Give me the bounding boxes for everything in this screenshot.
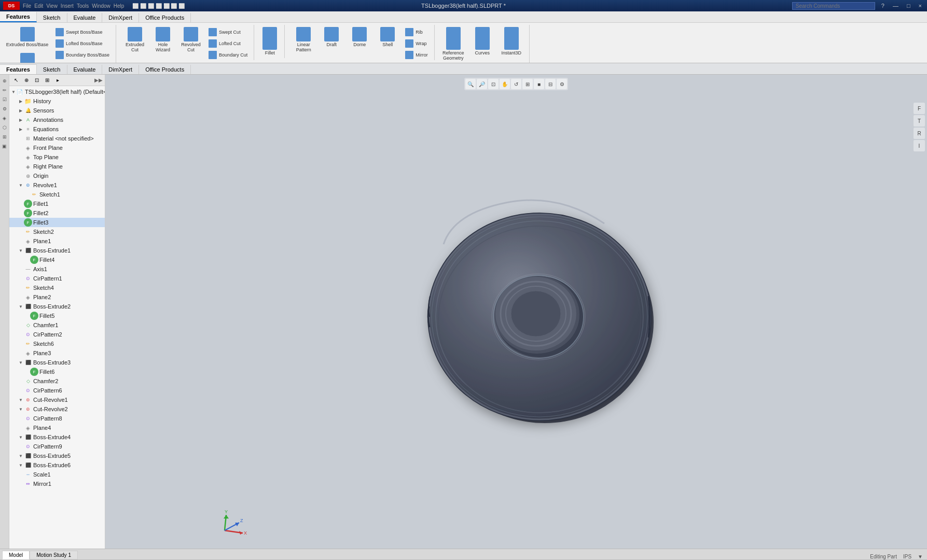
close-button[interactable]: ×: [917, 3, 924, 9]
left-icon-3[interactable]: ☑: [1, 95, 9, 104]
panel-tab-features[interactable]: Features: [0, 64, 37, 74]
fillet-button[interactable]: Fillet: [259, 25, 280, 58]
dome-button[interactable]: Dome: [346, 25, 373, 55]
zoom-tool[interactable]: ⊕: [22, 76, 31, 85]
root-expander[interactable]: ▼: [11, 90, 16, 94]
cut-revolve1-expander[interactable]: ▼: [18, 398, 24, 402]
left-icon-7[interactable]: ⊞: [1, 133, 9, 141]
tree-item-plane3[interactable]: ◈ Plane3: [9, 348, 105, 358]
tree-item-cirpattern2[interactable]: ⊙ CirPattern2: [9, 330, 105, 339]
left-icon-8[interactable]: ▣: [1, 142, 9, 150]
vp-zoom-in[interactable]: 🔍: [465, 79, 476, 89]
boss-extrude6-expander[interactable]: ▼: [18, 463, 24, 468]
tree-item-fillet3[interactable]: F Fillet3: [9, 218, 105, 227]
equations-expander[interactable]: ▶: [18, 127, 24, 132]
vp-settings[interactable]: ⚙: [557, 79, 567, 89]
vp-view-orient[interactable]: ⊞: [522, 79, 533, 89]
boss-extrude4-expander[interactable]: ▼: [18, 435, 24, 440]
panel-tab-dimxpert[interactable]: DimXpert: [102, 65, 139, 74]
left-icon-6[interactable]: ⬡: [1, 123, 9, 132]
boss-extrude5-expander[interactable]: ▼: [18, 454, 24, 458]
tree-item-fillet6[interactable]: F Fillet6: [9, 367, 105, 376]
vp-zoom-out[interactable]: 🔎: [477, 79, 487, 89]
tree-item-sketch2[interactable]: ✏ Sketch2: [9, 227, 105, 236]
vp-zoom-fit[interactable]: ⊡: [488, 79, 499, 89]
tree-item-mirror1[interactable]: ⇔ Mirror1: [9, 479, 105, 488]
swept-cut-button[interactable]: Swept Cut: [206, 27, 250, 37]
tree-item-fillet2[interactable]: F Fillet2: [9, 208, 105, 218]
lofted-boss-button[interactable]: Lofted Boss/Base: [53, 38, 112, 49]
viewport[interactable]: 🔍 🔎 ⊡ ✋ ↺ ⊞ ■ ⊟ ⚙ F T R I: [105, 75, 927, 549]
revolved-cut-button[interactable]: RevolvedCut: [177, 25, 204, 55]
menu-view[interactable]: View: [46, 3, 58, 9]
tree-item-cut-revolve2[interactable]: ▼ ⊚ Cut-Revolve2: [9, 404, 105, 414]
menu-help[interactable]: Help: [114, 3, 124, 9]
tree-item-plane1[interactable]: ◈ Plane1: [9, 236, 105, 246]
cut-revolve2-expander[interactable]: ▼: [18, 407, 24, 412]
menu-file[interactable]: File: [23, 3, 31, 9]
tab-sketch[interactable]: Sketch: [37, 13, 67, 22]
panel-tab-evaluate[interactable]: Evaluate: [67, 65, 103, 74]
tree-item-annotations[interactable]: ▶ A Annotations: [9, 115, 105, 124]
view-top-button[interactable]: T: [914, 115, 925, 127]
tree-item-right-plane[interactable]: ◈ Right Plane: [9, 162, 105, 171]
curves-button[interactable]: Curves: [469, 25, 496, 58]
tree-item-fillet5[interactable]: F Fillet5: [9, 311, 105, 320]
tab-model[interactable]: Model: [2, 551, 30, 559]
wrap-button[interactable]: Wrap: [403, 38, 430, 49]
lofted-cut-button[interactable]: Lofted Cut: [206, 38, 250, 49]
tree-item-cut-revolve1[interactable]: ▼ ⊚ Cut-Revolve1: [9, 395, 105, 404]
menu-tools[interactable]: Tools: [77, 3, 89, 9]
tree-item-boss-extrude2[interactable]: ▼ ⬛ Boss-Extrude2: [9, 302, 105, 311]
question-icon[interactable]: ?: [879, 3, 887, 9]
revolved-boss-button[interactable]: Revolved Boss/Base: [3, 51, 51, 63]
boss-extrude2-expander[interactable]: ▼: [18, 304, 24, 309]
search-tool[interactable]: ⊞: [43, 76, 52, 85]
mirror-button[interactable]: Mirror: [403, 50, 430, 60]
tree-item-material[interactable]: ⊞ Material <not specified>: [9, 134, 105, 143]
tab-office-products[interactable]: Office Products: [139, 13, 191, 22]
more-tool[interactable]: ▸: [53, 76, 62, 85]
tree-item-axis1[interactable]: — Axis1: [9, 264, 105, 274]
panel-tab-office[interactable]: Office Products: [139, 65, 191, 74]
view-iso-button[interactable]: I: [914, 140, 925, 151]
reference-geometry-button[interactable]: ReferenceGeometry: [440, 25, 467, 63]
tree-item-top-plane[interactable]: ◈ Top Plane: [9, 152, 105, 162]
rib-button[interactable]: Rib: [403, 27, 430, 37]
tree-item-revolve1[interactable]: ▼ ⊚ Revolve1: [9, 180, 105, 190]
expand-arrow[interactable]: ▶▶: [94, 77, 103, 83]
revolve1-expander[interactable]: ▼: [18, 183, 24, 188]
tree-item-cirpattern9[interactable]: ⊙ CirPattern9: [9, 442, 105, 451]
shell-button[interactable]: Shell: [374, 25, 401, 55]
tree-item-sketch1[interactable]: ✏ Sketch1: [9, 190, 105, 199]
menu-insert[interactable]: Insert: [61, 3, 74, 9]
tree-root[interactable]: ▼ 📄 TSLbogger38(left half) (Default<: [9, 87, 105, 96]
tree-item-cirpattern6[interactable]: ⊙ CirPattern6: [9, 386, 105, 395]
view-front-button[interactable]: F: [914, 103, 925, 114]
filter-tool[interactable]: ⊡: [32, 76, 41, 85]
tree-item-front-plane[interactable]: ◈ Front Plane: [9, 143, 105, 152]
tree-item-boss-extrude5[interactable]: ▼ ⬛ Boss-Extrude5: [9, 451, 105, 460]
instant3d-button[interactable]: Instant3D: [498, 25, 525, 58]
tree-item-boss-extrude1[interactable]: ▼ ⬛ Boss-Extrude1: [9, 246, 105, 255]
minimize-button[interactable]: —: [891, 3, 901, 9]
vp-pan[interactable]: ✋: [500, 79, 510, 89]
tree-item-cirpattern1[interactable]: ⊙ CirPattern1: [9, 274, 105, 283]
annotations-expander[interactable]: ▶: [18, 118, 24, 122]
boss-extrude1-expander[interactable]: ▼: [18, 248, 24, 253]
menu-edit[interactable]: Edit: [34, 3, 43, 9]
tab-evaluate[interactable]: Evaluate: [67, 13, 103, 22]
panel-tab-sketch[interactable]: Sketch: [37, 65, 67, 74]
tree-item-chamfer2[interactable]: ◇ Chamfer2: [9, 376, 105, 386]
tree-item-boss-extrude6[interactable]: ▼ ⬛ Boss-Extrude6: [9, 460, 105, 470]
left-icon-5[interactable]: ◈: [1, 114, 9, 122]
tree-item-equations[interactable]: ▶ ≡ Equations: [9, 124, 105, 134]
pointer-tool[interactable]: ↖: [11, 76, 21, 85]
left-icon-4[interactable]: ⚙: [1, 105, 9, 113]
tree-item-origin[interactable]: ⊕ Origin: [9, 171, 105, 180]
left-icon-1[interactable]: ⊕: [1, 77, 9, 85]
menu-window[interactable]: Window: [92, 3, 110, 9]
tree-item-fillet1[interactable]: F Fillet1: [9, 199, 105, 208]
tree-item-boss-extrude4[interactable]: ▼ ⬛ Boss-Extrude4: [9, 432, 105, 442]
tab-dimxpert[interactable]: DimXpert: [102, 13, 139, 22]
